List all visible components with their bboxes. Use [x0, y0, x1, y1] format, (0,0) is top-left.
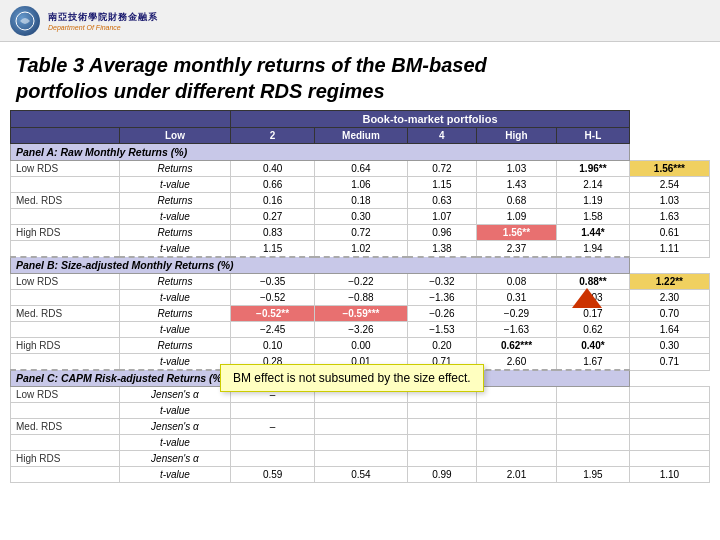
row-type-label: t-value: [119, 354, 231, 371]
cell: −0.35: [231, 274, 315, 290]
cell: 0.63: [407, 193, 476, 209]
cell: 0.62***: [476, 338, 556, 354]
row-type-label: t-value: [119, 290, 231, 306]
cell: 0.20: [407, 338, 476, 354]
cell: 0.30: [629, 338, 709, 354]
cell: [629, 419, 709, 435]
tooltip-box: BM effect is not subsumed by the size ef…: [220, 364, 484, 392]
cell: 0.30: [315, 209, 408, 225]
row-type-label: t-value: [119, 435, 231, 451]
col-hl: H-L: [557, 128, 630, 144]
cell: 0.40: [231, 161, 315, 177]
cell: [476, 419, 556, 435]
table-row: t-value: [11, 435, 710, 451]
table-row: t-value 0.66 1.06 1.15 1.43 2.14 2.54: [11, 177, 710, 193]
row-group-label: Med. RDS: [11, 419, 120, 435]
cell-empty: [11, 322, 120, 338]
cell: 0.99: [407, 467, 476, 483]
title-text: Table 3 Average monthly returns of the B…: [16, 52, 704, 104]
cell: [557, 403, 630, 419]
cell: 1.95: [557, 467, 630, 483]
cell: [315, 435, 408, 451]
cell: [476, 387, 556, 403]
cell: 2.30: [629, 290, 709, 306]
cell: 0.18: [315, 193, 408, 209]
table-row: t-value −2.45 −3.26 −1.53 −1.63 0.62 1.6…: [11, 322, 710, 338]
cell: 0.31: [476, 290, 556, 306]
cell-empty: [11, 177, 120, 193]
row-type-label: t-value: [119, 177, 231, 193]
data-table: Book-to-market portfolios Low 2 Medium 4…: [10, 110, 710, 483]
cell: [629, 451, 709, 467]
cell: −1.63: [476, 322, 556, 338]
cell: −2.45: [231, 322, 315, 338]
cell-highlight: 1.96**: [557, 161, 630, 177]
cell: [407, 451, 476, 467]
cell: 1.38: [407, 241, 476, 258]
table-row: Med. RDS Returns 0.16 0.18 0.63 0.68 1.1…: [11, 193, 710, 209]
cell: 0.70: [629, 306, 709, 322]
table-row: Low RDS Returns 0.40 0.64 0.72 1.03 1.96…: [11, 161, 710, 177]
cell: −3.26: [315, 322, 408, 338]
cell: 0.96: [407, 225, 476, 241]
table-row: t-value 1.15 1.02 1.38 2.37 1.94 1.11: [11, 241, 710, 258]
cell: [407, 435, 476, 451]
cell: [407, 403, 476, 419]
cell: 1.15: [407, 177, 476, 193]
cell: −1.53: [407, 322, 476, 338]
logo-en: Department Of Finance: [48, 24, 158, 31]
cell: 1.15: [231, 241, 315, 258]
cell: [407, 419, 476, 435]
top-header-row: Book-to-market portfolios: [11, 111, 710, 128]
cell: 0.54: [315, 467, 408, 483]
cell: 0.08: [476, 274, 556, 290]
cell: [557, 435, 630, 451]
cell-highlight: −0.52**: [231, 306, 315, 322]
cell: 0.59: [231, 467, 315, 483]
empty-header: [11, 111, 231, 128]
cell: [315, 451, 408, 467]
cell: −0.52: [231, 290, 315, 306]
cell: 0.16: [231, 193, 315, 209]
cell: [476, 435, 556, 451]
cell: 0.64: [315, 161, 408, 177]
cell: [231, 403, 315, 419]
row-type-label: Jensen's α: [119, 419, 231, 435]
cell: [315, 419, 408, 435]
cell-highlight: 1.22**: [629, 274, 709, 290]
cell: 1.11: [629, 241, 709, 258]
cell: 1.10: [629, 467, 709, 483]
cell: [231, 435, 315, 451]
row-type-label: t-value: [119, 403, 231, 419]
cell-empty: [11, 209, 120, 225]
cell: [476, 451, 556, 467]
cell: 2.37: [476, 241, 556, 258]
cell: 1.44*: [557, 225, 630, 241]
header: 南亞技術學院財務金融系 Department Of Finance: [0, 0, 720, 42]
table-container: Book-to-market portfolios Low 2 Medium 4…: [0, 110, 720, 489]
row-type-label: Returns: [119, 225, 231, 241]
cell: 2.01: [476, 467, 556, 483]
cell: 0.62: [557, 322, 630, 338]
cell: −0.32: [407, 274, 476, 290]
col-4: 4: [407, 128, 476, 144]
cell-highlight: 1.56***: [629, 161, 709, 177]
col-low: Low: [119, 128, 231, 144]
svg-marker-1: [572, 288, 602, 308]
logo-area: 南亞技術學院財務金融系 Department Of Finance: [10, 6, 158, 36]
table-row: Med. RDS Jensen's α –: [11, 419, 710, 435]
cell: −0.88: [315, 290, 408, 306]
row-type-label: Returns: [119, 338, 231, 354]
cell: [315, 403, 408, 419]
cell: 1.07: [407, 209, 476, 225]
cell: 1.09: [476, 209, 556, 225]
table-row: t-value 0.59 0.54 0.99 2.01 1.95 1.10: [11, 467, 710, 483]
cell: 1.94: [557, 241, 630, 258]
table-row: Med. RDS Returns −0.52** −0.59*** −0.26 …: [11, 306, 710, 322]
cell-empty: [11, 290, 120, 306]
row-group-label: Low RDS: [11, 387, 120, 403]
row-type-label: t-value: [119, 241, 231, 258]
cell: [231, 451, 315, 467]
cell: [629, 435, 709, 451]
cell: 0.72: [407, 161, 476, 177]
